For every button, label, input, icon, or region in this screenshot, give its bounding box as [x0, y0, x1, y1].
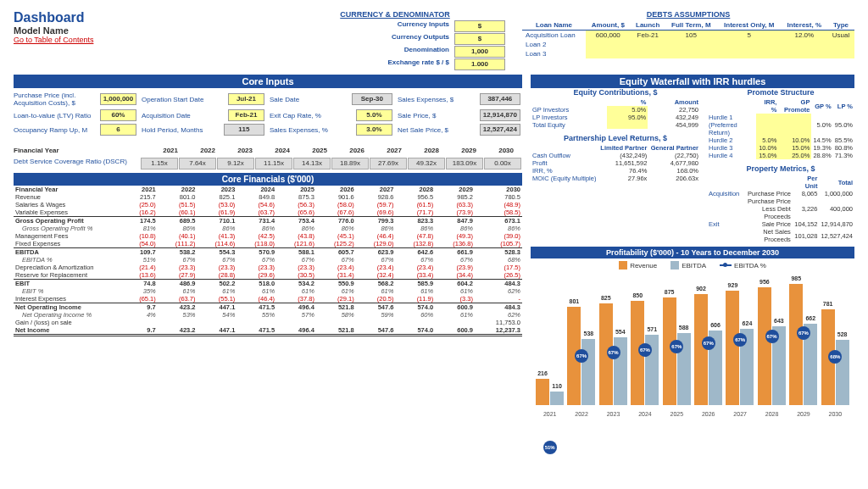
input-cell: Sep-30 [352, 93, 392, 105]
currency-header: CURRENCY & DENOMINATOR [285, 10, 505, 19]
input-cell: 115 [224, 124, 264, 136]
equity-waterfall-header: Equity Waterfall with IRR hurdles [531, 75, 854, 88]
input-cell: 12,914,870 [480, 109, 520, 121]
currency-input[interactable]: $ [454, 20, 505, 32]
core-inputs-header: Core Inputs [14, 75, 522, 88]
promote-structure-table: IRR, %GP PromoteGP %LP %Hurdle 1 (Prefer… [707, 98, 854, 159]
debts-table: Loan NameAmount, $LaunchFull Term, MInte… [522, 20, 854, 58]
chart-legend: Revenue EBITDA EBITDA % [531, 258, 854, 272]
currency-input[interactable]: 1.000 [454, 58, 505, 70]
input-cell: 387,446 [480, 93, 520, 105]
input-cell[interactable]: Feb-21 [228, 109, 264, 121]
currency-input[interactable]: $ [454, 33, 505, 45]
profitability-chart: 51% 216 110 2021 67% 801 538 2022 67% 82… [531, 272, 854, 420]
property-metrics-table: Per UnitTotalAcquisitionPurchase Price8,… [707, 175, 854, 243]
partnership-returns-table: Limited PartnerGeneral PartnerCash Outfl… [531, 144, 700, 182]
page-title: Dashboard [14, 10, 268, 25]
promote-structure-header: Promote Structure [707, 88, 854, 97]
core-financials-header: Core Financials ($'000) [14, 173, 522, 186]
chart-title: Profitability ($'000) - 10 Years to Dece… [531, 247, 854, 258]
input-cell[interactable]: 3.0% [356, 124, 392, 136]
model-name: Model Name [14, 25, 268, 36]
equity-contrib-table: %AmountGP Investors5.0%22,750LP Investor… [531, 98, 700, 129]
input-cell[interactable]: Jul-21 [228, 93, 264, 105]
currency-input[interactable]: 1,000 [454, 46, 505, 58]
partnership-returns-header: Partnership Level Returns, $ [531, 134, 700, 142]
toc-link[interactable]: Go to Table of Contents [14, 36, 93, 44]
property-metrics-header: Property Metrics, $ [707, 164, 854, 173]
equity-contrib-header: Equity Contributions, $ [531, 88, 700, 97]
input-cell[interactable]: 5.0% [356, 109, 392, 121]
input-cell[interactable]: 6 [100, 124, 136, 136]
core-financials-table: Financial Year20212022202320242025202620… [14, 186, 522, 336]
debts-header: DEBTS ASSUMPTIONS [522, 10, 854, 19]
input-cell: 12,527,424 [480, 124, 520, 136]
input-cell[interactable]: 60% [100, 109, 136, 121]
input-cell[interactable]: 1,000,000 [100, 93, 136, 105]
